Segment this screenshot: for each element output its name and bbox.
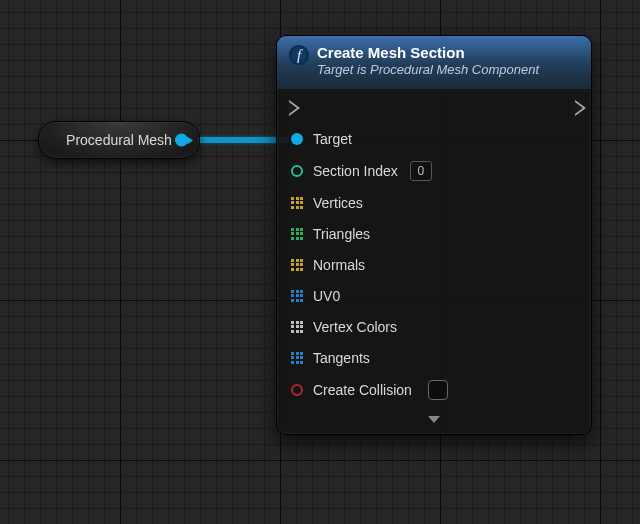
chevron-down-icon (428, 416, 440, 423)
pin-label: Vertex Colors (313, 319, 397, 335)
input-pin-create-collision[interactable] (291, 384, 303, 396)
function-icon: f (289, 45, 309, 65)
section-index-input[interactable]: 0 (410, 161, 432, 181)
variable-output-pin[interactable] (175, 134, 193, 147)
input-pin-vertex-colors[interactable] (291, 321, 303, 333)
pin-label: UV0 (313, 288, 340, 304)
input-pin-target[interactable] (291, 133, 303, 145)
pin-row-uv0: UV0 (291, 287, 577, 305)
pin-row-create-collision: Create Collision (291, 380, 577, 400)
expand-node-button[interactable] (277, 408, 591, 434)
function-subtitle: Target is Procedural Mesh Component (317, 62, 539, 78)
function-title: Create Mesh Section (317, 44, 539, 62)
pin-label: Section Index (313, 163, 398, 179)
pin-row-normals: Normals (291, 256, 577, 274)
variable-node-label: Procedural Mesh (66, 132, 172, 148)
pin-row-target: Target (291, 130, 577, 148)
function-node-create-mesh-section[interactable]: f Create Mesh Section Target is Procedur… (276, 35, 592, 435)
pin-label: Target (313, 131, 352, 147)
function-node-body: Target Section Index 0 Vertices Triangle… (277, 89, 591, 408)
input-pin-uv0[interactable] (291, 290, 303, 302)
pin-label: Tangents (313, 350, 370, 366)
pin-label: Triangles (313, 226, 370, 242)
function-node-header[interactable]: f Create Mesh Section Target is Procedur… (277, 36, 591, 89)
variable-node-procedural-mesh[interactable]: Procedural Mesh (38, 121, 200, 159)
wire-procedural-mesh-to-target[interactable] (189, 137, 289, 143)
pin-row-vertex-colors: Vertex Colors (291, 318, 577, 336)
input-pin-tangents[interactable] (291, 352, 303, 364)
pin-label: Normals (313, 257, 365, 273)
pin-row-vertices: Vertices (291, 194, 577, 212)
pin-label: Vertices (313, 195, 363, 211)
input-pin-triangles[interactable] (291, 228, 303, 240)
input-pin-section-index[interactable] (291, 165, 303, 177)
pin-row-triangles: Triangles (291, 225, 577, 243)
pin-row-tangents: Tangents (291, 349, 577, 367)
input-pin-vertices[interactable] (291, 197, 303, 209)
pin-row-section-index: Section Index 0 (291, 161, 577, 181)
input-pin-normals[interactable] (291, 259, 303, 271)
pin-label: Create Collision (313, 382, 412, 398)
create-collision-checkbox[interactable] (428, 380, 448, 400)
